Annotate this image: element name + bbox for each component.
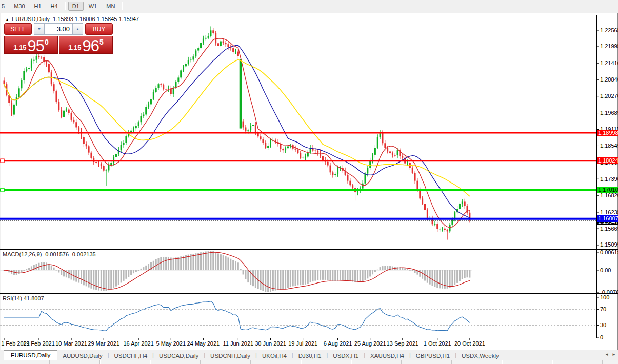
volume-input[interactable] bbox=[45, 23, 72, 35]
date-axis-label: 16 Apr 2021 bbox=[123, 340, 153, 347]
tab-scroll-right-icon[interactable]: ► bbox=[612, 352, 616, 357]
hline-price-axis-label: 1.18024 bbox=[597, 157, 618, 164]
chart-tab-EURUSD-Daily[interactable]: EURUSD,Daily bbox=[4, 350, 57, 360]
date-axis-label: 1 Oct 2021 bbox=[424, 340, 451, 347]
collapse-panel-icon[interactable]: ▲ bbox=[5, 17, 9, 22]
buy-button[interactable]: BUY bbox=[85, 23, 113, 35]
chart-tab-USDX-H1[interactable]: USDX,H1 bbox=[328, 351, 364, 360]
price-axis-tick-label: 1.20840 bbox=[600, 76, 618, 83]
price-axis-tick-label: 1.18545 bbox=[600, 143, 618, 149]
hline-price-axis-label: 1.17010 bbox=[597, 187, 618, 193]
tab-scroll-arrows: ◄ ► bbox=[605, 352, 616, 357]
price-axis-tick-label: 1.19685 bbox=[600, 110, 618, 116]
date-axis-label: 11 Jun 2021 bbox=[223, 340, 253, 347]
date-axis-label: 5 May 2021 bbox=[156, 340, 186, 347]
rsi-axis-tick-label: 100 bbox=[600, 294, 609, 300]
ask-price-sup: 5 bbox=[99, 38, 104, 46]
chart-tab-USDCAD-Daily[interactable]: USDCAD,Daily bbox=[154, 351, 204, 360]
chart-tab-DJ30-H1[interactable]: DJ30,H1 bbox=[293, 351, 327, 360]
macd-axis-tick-label: 0.00 bbox=[600, 267, 611, 273]
chart-tabs-bar: EURUSD,DailyAUDUSD,Daily|USDCHF,H4|USDCA… bbox=[0, 350, 618, 360]
price-axis-tick-label: 1.17390 bbox=[600, 176, 618, 182]
chart-title: ▲EURUSD,Daily 1.15893 1.16006 1.15845 1.… bbox=[5, 16, 139, 22]
date-axis-label: 19 Feb 2021 bbox=[23, 340, 55, 347]
volume-decrease-button[interactable]: ▼ bbox=[34, 23, 45, 35]
chart-symbol-period: EURUSD,Daily bbox=[12, 16, 50, 22]
status-bar bbox=[0, 360, 618, 364]
one-click-trading-panel: SELL ▼ ▲ BUY 1.15950 1.15965 bbox=[4, 23, 113, 54]
volume-increase-button[interactable]: ▲ bbox=[72, 23, 83, 35]
chart-tab-XAUUSD-H4[interactable]: XAUUSD,H4 bbox=[365, 351, 409, 360]
date-axis-label: 20 Oct 2021 bbox=[454, 340, 485, 347]
price-axis-tick-label: 1.16235 bbox=[600, 209, 618, 215]
rsi-axis-tick-label: 30 bbox=[600, 322, 606, 328]
sell-price-button[interactable]: 1.15950 bbox=[4, 36, 58, 54]
ask-price-big: 96 bbox=[83, 38, 99, 53]
price-axis-tick-label: 1.21995 bbox=[600, 43, 618, 49]
chevron-down-icon: ▼ bbox=[37, 27, 41, 31]
bid-price-big: 95 bbox=[28, 38, 44, 53]
date-axis-label: 19 Jul 2021 bbox=[288, 340, 317, 347]
chevron-up-icon: ▲ bbox=[76, 27, 79, 31]
date-axis-label: 13 Sep 2021 bbox=[387, 340, 418, 347]
date-axis-label: 29 Mar 2021 bbox=[88, 340, 119, 347]
chart-tab-USDCHF-H4[interactable]: USDCHF,H4 bbox=[109, 351, 153, 360]
trading-platform-window: 5M30H1H4D1W1MN ▲EURUSD,Daily 1.15893 1.1… bbox=[0, 0, 618, 364]
rsi-indicator-label: RSI(14) 41.8007 bbox=[3, 295, 44, 301]
price-axis-tick-label: 1.20270 bbox=[600, 93, 618, 99]
chart-tab-AUDUSD-Daily[interactable]: AUDUSD,Daily bbox=[57, 351, 107, 360]
hline-price-axis-label: 1.18998 bbox=[597, 130, 618, 136]
buy-price-button[interactable]: 1.15965 bbox=[59, 36, 113, 54]
chart-tab-UKOil-H4[interactable]: UKOil,H4 bbox=[257, 351, 292, 360]
sell-button[interactable]: SELL bbox=[4, 23, 32, 35]
date-axis-label: 30 Jun 2021 bbox=[255, 340, 286, 347]
date-axis-label: 6 Aug 2021 bbox=[324, 340, 352, 347]
tab-scroll-left-icon[interactable]: ◄ bbox=[605, 352, 609, 357]
hline-price-axis-label: 1.16007 bbox=[597, 215, 618, 222]
bid-price-sup: 0 bbox=[45, 38, 49, 46]
price-axis-tick-label: 1.22565 bbox=[600, 27, 618, 33]
date-axis-label: 10 Mar 2021 bbox=[55, 340, 87, 347]
macd-indicator-label: MACD(12,26,9) -0.001576 -0.002135 bbox=[3, 251, 96, 257]
price-axis-tick-label: 1.15095 bbox=[600, 241, 618, 248]
price-axis-tick-label: 1.15665 bbox=[600, 226, 618, 232]
chart-tab-GBPUSD-H1[interactable]: GBPUSD,H1 bbox=[411, 351, 455, 360]
bid-price-prefix: 1.15 bbox=[13, 44, 26, 51]
ask-price-prefix: 1.15 bbox=[68, 44, 81, 51]
macd-axis-tick-label: 0.006193 bbox=[600, 249, 618, 255]
chart-tab-USDCNH-Daily[interactable]: USDCNH,Daily bbox=[205, 351, 255, 360]
date-axis-label: 24 May 2021 bbox=[187, 340, 220, 347]
rsi-axis-tick-label: 70 bbox=[600, 306, 606, 312]
price-axis-tick-label: 1.21410 bbox=[600, 60, 618, 66]
chart-tab-USDX-Weekly[interactable]: USDX,Weekly bbox=[456, 351, 504, 360]
chart-ohlc-values: 1.15893 1.16006 1.15845 1.15947 bbox=[53, 16, 139, 22]
rsi-axis-tick-label: 0 bbox=[600, 334, 603, 340]
date-axis-label: 25 Aug 2021 bbox=[354, 340, 386, 347]
